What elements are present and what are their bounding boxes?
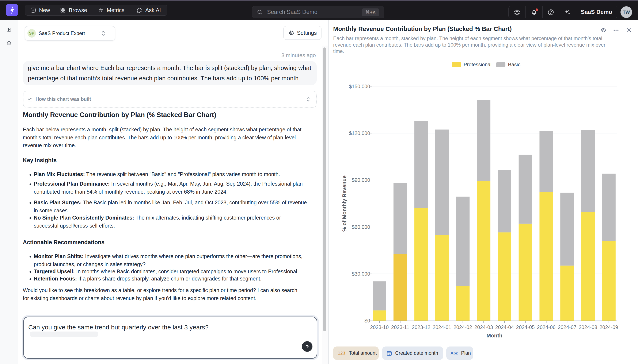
svg-text:2024-04: 2024-04 <box>495 324 514 330</box>
svg-text:2023-11: 2023-11 <box>391 324 409 330</box>
svg-text:$90,000: $90,000 <box>352 177 370 183</box>
svg-text:2024-07: 2024-07 <box>558 324 576 330</box>
svg-text:$60,000: $60,000 <box>352 224 370 230</box>
svg-text:2024-09: 2024-09 <box>599 324 618 330</box>
svg-text:2024-06: 2024-06 <box>537 324 555 330</box>
svg-text:$150,000: $150,000 <box>349 84 370 89</box>
svg-text:2024-01: 2024-01 <box>433 324 451 330</box>
svg-text:2023-10: 2023-10 <box>370 324 389 330</box>
svg-text:$120,000: $120,000 <box>349 130 370 136</box>
svg-text:2023-12: 2023-12 <box>412 324 431 330</box>
svg-text:Month: Month <box>487 332 502 338</box>
svg-text:$30,000: $30,000 <box>352 271 370 277</box>
svg-text:2024-08: 2024-08 <box>579 324 597 330</box>
svg-text:2024-03: 2024-03 <box>474 324 493 330</box>
svg-text:% of Monthly Revenue: % of Monthly Revenue <box>341 176 347 232</box>
svg-text:$0: $0 <box>364 318 370 324</box>
svg-text:2024-05: 2024-05 <box>516 324 535 330</box>
svg-text:2024-02: 2024-02 <box>454 324 472 330</box>
